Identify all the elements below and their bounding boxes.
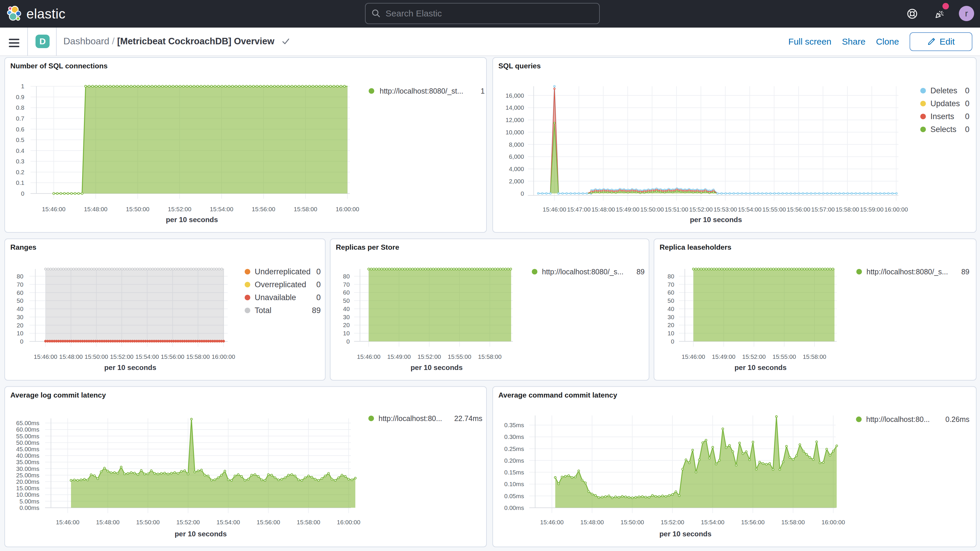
svg-text:10: 10 [17, 330, 24, 336]
svg-text:0: 0 [671, 338, 674, 345]
svg-text:SQL queries: SQL queries [498, 62, 541, 70]
svg-text:0: 0 [316, 267, 321, 276]
svg-text:80: 80 [343, 273, 350, 280]
svg-text:0.1: 0.1 [16, 179, 24, 186]
svg-text:15:58:00: 15:58:00 [781, 519, 805, 526]
svg-text:0.00ms: 0.00ms [504, 504, 524, 511]
svg-text:40: 40 [668, 306, 674, 312]
svg-text:35.00ms: 35.00ms [16, 459, 39, 465]
svg-text:0: 0 [347, 338, 350, 345]
svg-text:20: 20 [343, 322, 350, 328]
svg-text:0.9: 0.9 [16, 94, 24, 100]
svg-text:Replicas per Store: Replicas per Store [336, 243, 399, 251]
svg-text:15:58:00: 15:58:00 [803, 353, 826, 360]
svg-text:14,000: 14,000 [506, 104, 524, 111]
svg-text:0: 0 [20, 338, 23, 345]
svg-text:per 10 seconds: per 10 seconds [166, 216, 218, 224]
svg-text:15:46:00: 15:46:00 [682, 353, 705, 360]
svg-text:15:56:00: 15:56:00 [741, 519, 765, 526]
svg-text:15:56:00: 15:56:00 [161, 353, 184, 360]
svg-text:0: 0 [965, 112, 969, 121]
svg-text:6,000: 6,000 [509, 153, 524, 160]
svg-text:20: 20 [668, 322, 674, 328]
svg-text:15:58:00: 15:58:00 [297, 519, 320, 526]
svg-text:0: 0 [965, 125, 969, 134]
svg-text:15:56:00: 15:56:00 [257, 519, 280, 526]
svg-text:0.5: 0.5 [16, 137, 24, 143]
svg-text:30: 30 [668, 314, 674, 320]
svg-text:http://localhost:8080/_st...: http://localhost:8080/_st... [380, 87, 463, 95]
svg-text:0.15ms: 0.15ms [504, 469, 524, 476]
svg-text:0.3: 0.3 [16, 158, 24, 165]
svg-text:16:00:00: 16:00:00 [885, 206, 908, 213]
svg-text:15:49:00: 15:49:00 [712, 353, 735, 360]
svg-text:50: 50 [17, 297, 24, 304]
svg-text:15:49:00: 15:49:00 [616, 206, 640, 213]
svg-text:Selects: Selects [931, 125, 956, 134]
svg-text:30.00ms: 30.00ms [16, 465, 39, 472]
svg-text:15:48:00: 15:48:00 [581, 519, 604, 526]
svg-text:70: 70 [668, 281, 674, 288]
svg-text:0: 0 [521, 190, 524, 197]
svg-text:25.00ms: 25.00ms [16, 472, 39, 479]
svg-text:10.00ms: 10.00ms [16, 491, 39, 498]
svg-text:16,000: 16,000 [506, 92, 524, 99]
svg-text:Deletes: Deletes [931, 86, 958, 95]
svg-text:15:50:00: 15:50:00 [84, 353, 108, 360]
svg-text:30: 30 [17, 314, 24, 320]
svg-text:15:46:00: 15:46:00 [357, 353, 380, 360]
svg-text:15:52:00: 15:52:00 [661, 519, 684, 526]
svg-text:15:58:00: 15:58:00 [294, 205, 317, 212]
svg-text:89: 89 [312, 306, 321, 315]
svg-text:60: 60 [17, 289, 24, 296]
svg-text:15:54:00: 15:54:00 [216, 519, 240, 526]
svg-text:1: 1 [21, 83, 24, 89]
svg-text:per 10 seconds: per 10 seconds [104, 363, 156, 371]
svg-text:0.00ms: 0.00ms [19, 504, 39, 511]
svg-text:15:48:00: 15:48:00 [592, 206, 615, 213]
svg-text:89: 89 [636, 268, 644, 276]
svg-text:per 10 seconds: per 10 seconds [734, 363, 787, 371]
svg-text:30: 30 [343, 314, 350, 320]
svg-text:15:49:00: 15:49:00 [387, 353, 411, 360]
svg-text:40: 40 [17, 306, 24, 312]
svg-text:15:46:00: 15:46:00 [34, 353, 57, 360]
svg-text:15:58:00: 15:58:00 [186, 353, 210, 360]
svg-text:16:00:00: 16:00:00 [336, 205, 359, 212]
svg-text:60.00ms: 60.00ms [16, 426, 39, 433]
svg-text:per 10 seconds: per 10 seconds [410, 363, 463, 371]
svg-text:15:52:00: 15:52:00 [168, 205, 191, 212]
svg-text:10,000: 10,000 [506, 129, 524, 135]
svg-text:2,000: 2,000 [509, 178, 524, 185]
svg-text:15:50:00: 15:50:00 [136, 519, 160, 526]
svg-text:0.35ms: 0.35ms [504, 422, 524, 428]
svg-text:per 10 seconds: per 10 seconds [175, 530, 227, 538]
svg-text:55.00ms: 55.00ms [16, 433, 39, 440]
svg-text:0.7: 0.7 [16, 115, 24, 122]
svg-text:15:54:00: 15:54:00 [701, 519, 724, 526]
svg-text:Unavailable: Unavailable [255, 293, 296, 302]
svg-text:65.00ms: 65.00ms [16, 420, 39, 426]
svg-text:5.00ms: 5.00ms [19, 498, 39, 505]
svg-text:15:54:00: 15:54:00 [210, 205, 233, 212]
svg-text:15:51:00: 15:51:00 [665, 206, 688, 213]
svg-text:89: 89 [961, 268, 969, 276]
svg-text:http://localhost:80...: http://localhost:80... [866, 415, 930, 424]
svg-text:http://localhost:80...: http://localhost:80... [379, 414, 442, 422]
svg-text:1: 1 [480, 87, 485, 95]
svg-text:http://localhost:8080/_s...: http://localhost:8080/_s... [867, 268, 948, 276]
svg-text:15:52:00: 15:52:00 [689, 206, 713, 213]
svg-text:15:58:00: 15:58:00 [836, 206, 859, 213]
svg-text:15:47:00: 15:47:00 [567, 206, 591, 213]
svg-text:Inserts: Inserts [931, 112, 954, 121]
svg-text:per 10 seconds: per 10 seconds [659, 530, 711, 538]
svg-text:16:00:00: 16:00:00 [822, 519, 845, 526]
svg-text:0.10ms: 0.10ms [504, 481, 524, 487]
svg-text:15:58:00: 15:58:00 [478, 353, 501, 360]
svg-text:0: 0 [316, 293, 321, 302]
svg-text:15:50:00: 15:50:00 [620, 519, 644, 526]
svg-text:15:48:00: 15:48:00 [59, 353, 83, 360]
svg-text:15:46:00: 15:46:00 [42, 205, 65, 212]
svg-text:15:54:00: 15:54:00 [738, 206, 761, 213]
svg-text:0.05ms: 0.05ms [504, 493, 524, 499]
